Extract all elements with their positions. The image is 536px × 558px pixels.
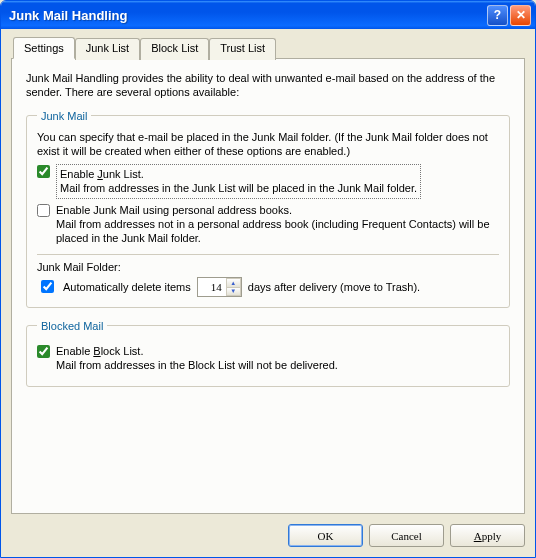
dialog-buttons: OK Cancel Apply <box>11 514 525 547</box>
enable-personal-ab-sub: Mail from addresses not in a personal ad… <box>56 218 490 244</box>
enable-block-list-checkbox[interactable] <box>37 345 50 358</box>
auto-delete-label[interactable]: Automatically delete items <box>63 281 191 293</box>
enable-block-list-label[interactable]: Enable Block List. Mail from addresses i… <box>56 344 338 373</box>
enable-block-list-row: Enable Block List. Mail from addresses i… <box>37 344 499 373</box>
days-spinner: ▲ ▼ <box>197 277 242 297</box>
cancel-button[interactable]: Cancel <box>369 524 444 547</box>
enable-junk-list-checkbox[interactable] <box>37 165 50 178</box>
spinner-up[interactable]: ▲ <box>227 278 241 287</box>
tab-junk-list[interactable]: Junk List <box>75 38 140 60</box>
client-area: Settings Junk List Block List Trust List… <box>1 29 535 557</box>
enable-junk-list-sub: Mail from addresses in the Junk List wil… <box>60 182 417 194</box>
enable-junk-list-label[interactable]: Enable Junk List. Mail from addresses in… <box>56 164 421 199</box>
tab-block-list[interactable]: Block List <box>140 38 209 60</box>
close-icon: ✕ <box>516 8 526 22</box>
spinner-buttons: ▲ ▼ <box>226 278 241 296</box>
enable-block-list-sub: Mail from addresses in the Block List wi… <box>56 359 338 371</box>
titlebar[interactable]: Junk Mail Handling ? ✕ <box>1 1 535 29</box>
blocked-mail-group: Blocked Mail Enable Block List. Mail fro… <box>26 320 510 388</box>
tab-settings[interactable]: Settings <box>13 37 75 59</box>
days-input[interactable] <box>198 278 226 296</box>
enable-personal-ab-label[interactable]: Enable Junk Mail using personal address … <box>56 203 499 246</box>
junk-mail-description: You can specify that e-mail be placed in… <box>37 130 499 159</box>
window-title: Junk Mail Handling <box>9 8 487 23</box>
junk-mail-group: Junk Mail You can specify that e-mail be… <box>26 110 510 308</box>
tab-container: Settings Junk List Block List Trust List… <box>11 37 525 514</box>
junk-folder-label: Junk Mail Folder: <box>37 261 499 273</box>
close-button[interactable]: ✕ <box>510 5 531 26</box>
dialog-window: Junk Mail Handling ? ✕ Settings Junk Lis… <box>0 0 536 558</box>
spinner-down[interactable]: ▼ <box>227 287 241 296</box>
blocked-mail-legend: Blocked Mail <box>37 320 107 332</box>
auto-delete-checkbox[interactable] <box>41 280 54 293</box>
enable-personal-ab-row: Enable Junk Mail using personal address … <box>37 203 499 246</box>
tab-trust-list[interactable]: Trust List <box>209 38 276 60</box>
junk-mail-legend: Junk Mail <box>37 110 91 122</box>
enable-personal-ab-checkbox[interactable] <box>37 204 50 217</box>
tab-strip: Settings Junk List Block List Trust List <box>11 37 525 59</box>
divider <box>37 254 499 255</box>
titlebar-buttons: ? ✕ <box>487 5 531 26</box>
auto-delete-suffix: days after delivery (move to Trash). <box>248 281 420 293</box>
intro-text: Junk Mail Handling provides the ability … <box>26 71 510 100</box>
auto-delete-row: Automatically delete items ▲ ▼ days afte… <box>37 277 499 297</box>
help-icon: ? <box>494 8 501 22</box>
help-button[interactable]: ? <box>487 5 508 26</box>
tab-panel-settings: Junk Mail Handling provides the ability … <box>11 58 525 514</box>
apply-button[interactable]: Apply <box>450 524 525 547</box>
enable-junk-list-row: Enable Junk List. Mail from addresses in… <box>37 164 499 199</box>
ok-button[interactable]: OK <box>288 524 363 547</box>
